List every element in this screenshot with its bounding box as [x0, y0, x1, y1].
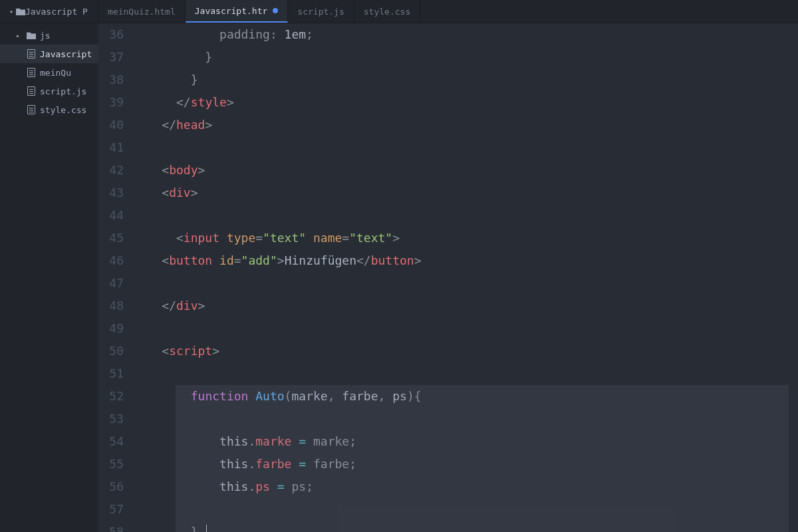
tab-bar: ▾ Javascript P meinQuiz.htmlJavascript.h…: [0, 0, 798, 23]
code-line[interactable]: [133, 362, 798, 385]
text-cursor: [206, 525, 207, 532]
code-line[interactable]: }: [133, 68, 798, 91]
line-number: 56: [98, 475, 124, 498]
tab-Javascript-htr[interactable]: Javascript.htr: [186, 0, 289, 23]
tree-file[interactable]: style.css: [0, 100, 98, 119]
line-number: 46: [98, 249, 124, 272]
dirty-indicator-icon: [273, 8, 278, 13]
file-icon: [27, 105, 36, 114]
code-line[interactable]: [133, 272, 798, 295]
tab-label: script.js: [297, 7, 344, 17]
code-line[interactable]: }: [133, 46, 798, 68]
code-area[interactable]: padding: 1em; } } </style> </head> <body…: [133, 23, 798, 532]
line-number: 49: [98, 317, 124, 340]
tree-file[interactable]: meinQu: [0, 63, 98, 82]
line-number: 57: [98, 498, 124, 521]
project-name: Javascript P: [25, 7, 88, 17]
code-line[interactable]: padding: 1em;: [133, 23, 798, 46]
line-number: 52: [98, 385, 124, 408]
line-number: 50: [98, 340, 124, 362]
line-number: 58: [98, 521, 124, 532]
code-line[interactable]: <div>: [133, 182, 798, 204]
tree-file-label: style.css: [40, 105, 86, 115]
line-number: 38: [98, 68, 124, 91]
file-icon: [27, 68, 36, 77]
tree-folder-js[interactable]: ▸ js: [0, 26, 98, 45]
line-number: 47: [98, 272, 124, 295]
selection-highlight: [176, 385, 789, 532]
folder-icon: [27, 31, 36, 40]
code-line[interactable]: </style>: [133, 91, 798, 114]
line-number: 37: [98, 46, 124, 68]
line-number: 53: [98, 408, 124, 430]
line-gutter: 3637383940414243444546474849505152535455…: [98, 23, 133, 532]
chevron-right-icon: ▸: [16, 32, 23, 39]
line-number: 45: [98, 227, 124, 249]
sidebar-header-tab: ▾ Javascript P: [0, 0, 98, 23]
code-line[interactable]: <script>: [133, 340, 798, 362]
line-number: 36: [98, 23, 124, 46]
code-editor[interactable]: 3637383940414243444546474849505152535455…: [98, 23, 798, 532]
tree-folder-label: js: [40, 31, 51, 41]
tab-script-js[interactable]: script.js: [288, 0, 354, 23]
line-number: 54: [98, 430, 124, 453]
tab-label: style.css: [364, 7, 410, 17]
line-number: 44: [98, 204, 124, 227]
tab-style-css[interactable]: style.css: [354, 0, 420, 23]
chevron-down-icon: ▾: [9, 8, 16, 15]
code-line[interactable]: [133, 317, 798, 340]
tree-file[interactable]: script.js: [0, 82, 98, 100]
file-icon: [27, 49, 36, 59]
folder-icon: [16, 7, 25, 16]
line-number: 43: [98, 182, 124, 204]
code-line[interactable]: <button id="add">Hinzufügen</button>: [133, 249, 798, 272]
tab-label: meinQuiz.html: [108, 7, 176, 17]
code-line[interactable]: [133, 136, 798, 159]
line-number: 51: [98, 362, 124, 385]
file-icon: [27, 86, 36, 96]
code-line[interactable]: <input type="text" name="text">: [133, 227, 798, 249]
code-line[interactable]: <body>: [133, 159, 798, 182]
line-number: 40: [98, 114, 124, 136]
tree-file-label: script.js: [40, 86, 86, 96]
line-number: 39: [98, 91, 124, 114]
tab-label: Javascript.htr: [195, 6, 268, 16]
tab-meinQuiz-html[interactable]: meinQuiz.html: [98, 0, 186, 23]
main-area: ▸ js JavascriptmeinQuscript.jsstyle.css …: [0, 23, 798, 532]
code-line[interactable]: [133, 204, 798, 227]
line-number: 41: [98, 136, 124, 159]
line-number: 48: [98, 295, 124, 317]
tree-file[interactable]: Javascript: [0, 45, 98, 63]
code-line[interactable]: </div>: [133, 295, 798, 317]
line-number: 42: [98, 159, 124, 182]
code-line[interactable]: </head>: [133, 114, 798, 136]
line-number: 55: [98, 453, 124, 475]
file-tree: ▸ js JavascriptmeinQuscript.jsstyle.css: [0, 23, 98, 532]
tree-file-label: Javascript: [40, 49, 92, 59]
tree-file-label: meinQu: [40, 68, 71, 78]
